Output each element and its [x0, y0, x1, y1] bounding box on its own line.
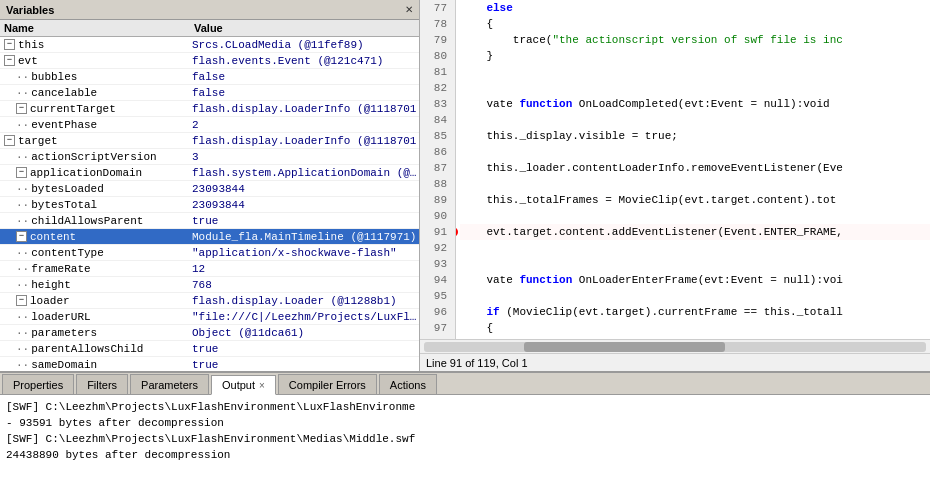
variable-row[interactable]: ·· height768	[0, 277, 419, 293]
dash-prefix: ··	[16, 359, 29, 371]
variable-name: loader	[30, 295, 70, 307]
variable-name: childAllowsParent	[31, 215, 143, 227]
expand-icon[interactable]	[16, 295, 27, 306]
bottom-tab-actions[interactable]: Actions	[379, 374, 437, 394]
variable-name: frameRate	[31, 263, 90, 275]
line-number: 80	[424, 48, 451, 64]
variable-value: Srcs.CLoadMedia (@11fef89)	[192, 39, 417, 51]
status-bar: Line 91 of 119, Col 1	[420, 353, 930, 371]
variable-row[interactable]: ·· bytesLoaded23093844	[0, 181, 419, 197]
variable-name: bytesTotal	[31, 199, 97, 211]
error-dot	[456, 227, 458, 237]
code-line: {	[460, 16, 930, 32]
code-token: this._totalFrames = MovieClip(evt.target…	[460, 194, 836, 206]
dash-prefix: ··	[16, 343, 29, 355]
tab-label: Properties	[13, 379, 63, 391]
expand-icon[interactable]	[16, 231, 27, 242]
code-line	[460, 288, 930, 304]
horizontal-scrollbar[interactable]	[420, 339, 930, 353]
variable-name: contentType	[31, 247, 104, 259]
variable-row[interactable]: ·· frameRate12	[0, 261, 419, 277]
variable-row[interactable]: currentTargetflash.display.LoaderInfo (@…	[0, 101, 419, 117]
variable-name: parentAllowsChild	[31, 343, 143, 355]
tab-label: Filters	[87, 379, 117, 391]
bottom-tab-compiler-errors[interactable]: Compiler Errors	[278, 374, 377, 394]
variable-name: applicationDomain	[30, 167, 142, 179]
code-line	[460, 256, 930, 272]
dash-prefix: ··	[16, 151, 29, 163]
variable-row[interactable]: ·· contentType"application/x-shockwave-f…	[0, 245, 419, 261]
tab-label: Parameters	[141, 379, 198, 391]
variable-value: Object (@11dca61)	[192, 327, 417, 339]
variable-value: "application/x-shockwave-flash"	[192, 247, 417, 259]
variable-row[interactable]: ·· cancelablefalse	[0, 85, 419, 101]
variable-row[interactable]: loaderflash.display.Loader (@11288b1)	[0, 293, 419, 309]
panel-close-button[interactable]: ✕	[405, 4, 413, 15]
variables-table-body[interactable]: thisSrcs.CLoadMedia (@11fef89)evtflash.e…	[0, 37, 419, 371]
variables-panel: Variables ✕ Name Value thisSrcs.CLoadMed…	[0, 0, 420, 371]
variable-name: sameDomain	[31, 359, 97, 371]
code-lines[interactable]: else { trace("the actionscript version o…	[456, 0, 930, 339]
expand-icon[interactable]	[16, 103, 27, 114]
variable-row[interactable]: ·· parentAllowsChildtrue	[0, 341, 419, 357]
expand-icon[interactable]	[16, 167, 27, 178]
code-token: (MovieClip(evt.target).currentFrame == t…	[500, 306, 843, 318]
variable-name: eventPhase	[31, 119, 97, 131]
code-line: {	[460, 320, 930, 336]
variable-row[interactable]: ·· loaderURL"file:///C|/Leezhm/Projects/…	[0, 309, 419, 325]
variable-row[interactable]: ·· childAllowsParenttrue	[0, 213, 419, 229]
code-token: function	[519, 274, 572, 286]
bottom-tab-output[interactable]: Output×	[211, 375, 276, 395]
bottom-tab-filters[interactable]: Filters	[76, 374, 128, 394]
variable-value: flash.display.LoaderInfo (@1118701)	[192, 103, 417, 115]
variables-panel-titlebar: Variables ✕	[0, 0, 419, 20]
line-number: 84	[424, 112, 451, 128]
variable-row[interactable]: ·· eventPhase2	[0, 117, 419, 133]
variable-row[interactable]: applicationDomainflash.system.Applicatio…	[0, 165, 419, 181]
line-number: 87	[424, 160, 451, 176]
variable-value: 23093844	[192, 199, 417, 211]
variable-value: flash.events.Event (@121c471)	[192, 55, 417, 67]
expand-icon[interactable]	[4, 135, 15, 146]
dash-prefix: ··	[16, 215, 29, 227]
code-line	[460, 144, 930, 160]
line-number: 83	[424, 96, 451, 112]
code-line	[460, 112, 930, 128]
variable-row[interactable]: contentModule_fla.MainTimeline (@1117971…	[0, 229, 419, 245]
variable-value: "file:///C|/Leezhm/Projects/LuxFl…	[192, 311, 417, 323]
code-line: if (MovieClip(evt.target).currentFrame =…	[460, 304, 930, 320]
code-line: this._totalFrames = MovieClip(evt.target…	[460, 192, 930, 208]
variable-row[interactable]: ·· parametersObject (@11dca61)	[0, 325, 419, 341]
variable-row[interactable]: ·· sameDomaintrue	[0, 357, 419, 371]
line-number: 90	[424, 208, 451, 224]
dash-prefix: ··	[16, 71, 29, 83]
variable-row[interactable]: ·· bubblesfalse	[0, 69, 419, 85]
variables-panel-title: Variables	[6, 4, 54, 16]
dash-prefix: ··	[16, 247, 29, 259]
line-number: 93	[424, 256, 451, 272]
hscroll-thumb[interactable]	[524, 342, 725, 352]
status-text: Line 91 of 119, Col 1	[426, 357, 528, 369]
variable-name: actionScriptVersion	[31, 151, 156, 163]
variable-row[interactable]: ·· bytesTotal23093844	[0, 197, 419, 213]
tab-close-button[interactable]: ×	[259, 380, 265, 391]
variable-row[interactable]: thisSrcs.CLoadMedia (@11fef89)	[0, 37, 419, 53]
hscroll-track[interactable]	[424, 342, 926, 352]
code-token: evt.target.content.addEventListener(Even…	[460, 226, 843, 238]
code-token: "the actionscript version of swf file is…	[552, 34, 842, 46]
variable-row[interactable]: ·· actionScriptVersion3	[0, 149, 419, 165]
line-number: 81	[424, 64, 451, 80]
variable-value: flash.system.ApplicationDomain (@…	[192, 167, 417, 179]
variable-row[interactable]: targetflash.display.LoaderInfo (@1118701…	[0, 133, 419, 149]
bottom-output-content[interactable]: [SWF] C:\Leezhm\Projects\LuxFlashEnviron…	[0, 395, 930, 501]
line-numbers: 7778798081828384858687888990919293949596…	[420, 0, 456, 339]
bottom-tab-properties[interactable]: Properties	[2, 374, 74, 394]
expand-icon[interactable]	[4, 55, 15, 66]
variable-value: 12	[192, 263, 417, 275]
expand-icon[interactable]	[4, 39, 15, 50]
variable-row[interactable]: evtflash.events.Event (@121c471)	[0, 53, 419, 69]
code-token: if	[460, 306, 500, 318]
code-token: trace(	[460, 34, 552, 46]
code-token: function	[519, 98, 572, 110]
bottom-tab-parameters[interactable]: Parameters	[130, 374, 209, 394]
